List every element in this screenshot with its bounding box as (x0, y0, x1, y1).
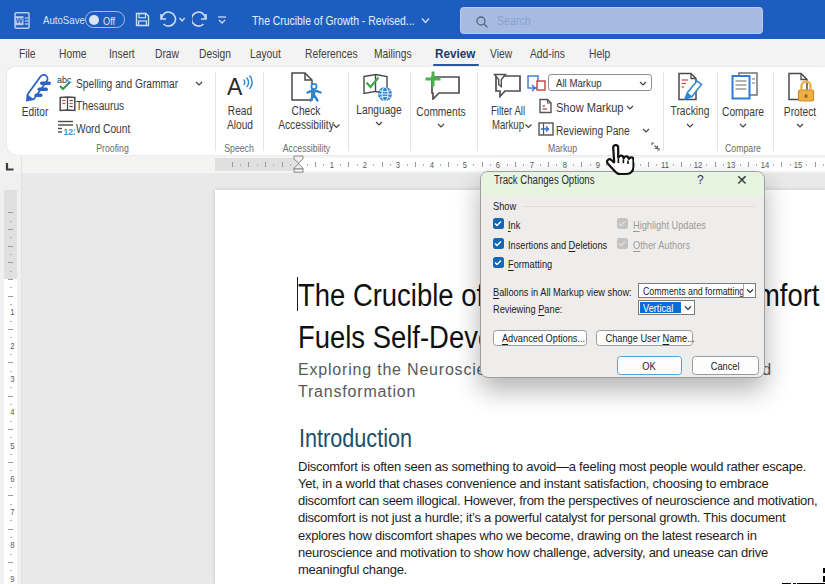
svg-text:W: W (16, 16, 24, 25)
svg-text:A: A (227, 74, 243, 100)
svg-text:123: 123 (64, 127, 76, 136)
